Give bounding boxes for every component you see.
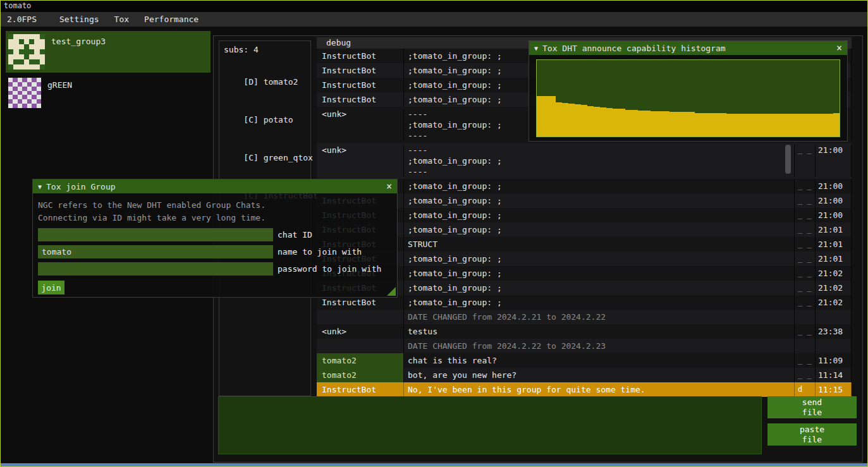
- date-changed-row: DATE CHANGED from 2024.2.21 to 2024.2.22: [317, 310, 852, 324]
- join-field-row: password to join with: [38, 262, 392, 276]
- menu-item-tox[interactable]: Tox: [107, 15, 137, 24]
- member-item-tomato2[interactable]: [D] tomato2: [224, 63, 306, 101]
- message-text: ;tomato_in_group: ;: [404, 193, 795, 208]
- chat-message-row[interactable]: <unk> ----;tomato_in_group: ;---- _ _ 21…: [317, 143, 852, 179]
- histogram-title: Tox DHT announce capability histogram: [542, 44, 726, 53]
- subs-count: subs: 4: [224, 45, 306, 54]
- fps-counter: 2.0FPS: [1, 15, 43, 24]
- message-time: 21:00: [816, 208, 852, 222]
- message-time: 21:02: [816, 266, 852, 281]
- window-title: tomato: [4, 1, 31, 10]
- resize-grip[interactable]: [387, 287, 396, 296]
- member-item-green_qtox[interactable]: [C] green_qtox: [224, 139, 306, 177]
- member-connection-type: [C]: [243, 153, 263, 162]
- message-composer-input[interactable]: [218, 396, 762, 454]
- join-password-input[interactable]: [38, 262, 273, 276]
- message-text: ;tomato_in_group: ;: [404, 222, 795, 237]
- message-time: 21:01: [816, 252, 852, 266]
- message-text: No, I've been in this group for quite so…: [404, 382, 795, 397]
- chat-message-row[interactable]: tomato2 bot, are you new here? _ _ 11:14: [317, 368, 852, 382]
- join-field-label: name to join with: [278, 247, 362, 257]
- message-time: 21:01: [816, 222, 852, 237]
- collapse-arrow-icon[interactable]: ▼: [38, 183, 42, 190]
- message-text: ;tomato_in_group: ;: [404, 179, 795, 193]
- empty-time-cell: [816, 339, 852, 353]
- member-item-potato[interactable]: [C] potato: [224, 101, 306, 139]
- chat-message-row[interactable]: <unk> testus _ _ 23:38: [317, 324, 852, 339]
- date-changed-text: DATE CHANGED from 2024.2.22 to 2024.2.23: [404, 339, 795, 353]
- join-group-body: NGC refers to the New DHT enabled Group …: [33, 193, 397, 300]
- message-status: _ _: [795, 353, 816, 368]
- message-status: _ _: [795, 281, 816, 295]
- empty-time-cell: [816, 310, 852, 324]
- file-buttons: send file paste file: [767, 396, 857, 446]
- date-changed-text: DATE CHANGED from 2024.2.21 to 2024.2.22: [404, 310, 795, 324]
- message-text: chat is this real?: [404, 353, 795, 368]
- message-time: 11:15: [816, 382, 852, 397]
- message-status: _ _: [795, 324, 816, 339]
- join-name-input[interactable]: tomato: [38, 245, 273, 258]
- message-text: testus: [404, 324, 795, 339]
- message-time: 11:09: [816, 353, 852, 368]
- contact-item-test_group3[interactable]: test_group3: [6, 31, 211, 73]
- message-status: _ _: [795, 179, 816, 193]
- message-status: _ _: [795, 266, 816, 281]
- close-icon[interactable]: ×: [836, 42, 842, 54]
- histogram-titlebar[interactable]: ▼ Tox DHT announce capability histogram …: [529, 41, 847, 55]
- message-sender: InstructBot: [317, 78, 404, 92]
- join-button[interactable]: join: [38, 281, 64, 294]
- message-text: ;tomato_in_group: ;: [404, 281, 795, 295]
- message-status: _ _: [795, 208, 816, 222]
- contact-item-gREEN[interactable]: gREEN: [6, 75, 211, 115]
- message-text: ----;tomato_in_group: ;----: [404, 145, 795, 177]
- menu-bar: 2.0FPS Settings Tox Performance: [1, 12, 867, 27]
- join-group-titlebar[interactable]: ▼ Tox join Group ×: [33, 179, 397, 193]
- chat-scrollbar[interactable]: [785, 145, 791, 174]
- histogram-plot: [536, 59, 840, 137]
- empty-status-cell: [795, 339, 816, 353]
- date-changed-row: DATE CHANGED from 2024.2.22 to 2024.2.23: [317, 339, 852, 353]
- dht-histogram-window: ▼ Tox DHT announce capability histogram …: [529, 40, 848, 142]
- message-status: _ _: [795, 193, 816, 208]
- message-time: 21:00: [816, 193, 852, 208]
- close-icon[interactable]: ×: [386, 181, 392, 192]
- message-text: bot, are you new here?: [404, 368, 795, 382]
- ngc-info-line: NGC refers to the New DHT enabled Group …: [38, 199, 392, 212]
- chat-message-row[interactable]: tomato2 chat is this real? _ _ 11:09: [317, 353, 852, 368]
- message-status: d: [795, 382, 816, 397]
- paste-file-button[interactable]: paste file: [767, 423, 857, 446]
- message-sender: InstructBot: [317, 49, 404, 63]
- member-connection-type: [D]: [243, 77, 263, 87]
- contact-avatar: [8, 78, 41, 108]
- empty-sender-cell: [317, 339, 404, 353]
- message-text: ;tomato_in_group: ;: [404, 266, 795, 281]
- empty-sender-cell: [317, 310, 404, 324]
- message-sender: <unk>: [317, 324, 404, 339]
- send-file-button[interactable]: send file: [767, 396, 857, 418]
- join-group-window: ▼ Tox join Group × NGC refers to the New…: [32, 179, 398, 298]
- join-fields: chat ID tomato name to join with passwor…: [38, 228, 392, 276]
- contact-name: test_group3: [51, 34, 106, 70]
- message-time: 23:38: [816, 324, 852, 339]
- message-status: _ _: [795, 222, 816, 237]
- menu-item-performance[interactable]: Performance: [137, 15, 206, 24]
- contact-name: gREEN: [47, 78, 72, 112]
- message-sender: tomato2: [317, 353, 404, 368]
- window-titlebar[interactable]: tomato: [1, 1, 867, 12]
- message-time: 21:00: [816, 145, 852, 177]
- contact-list: test_group3 gREEN: [6, 31, 211, 117]
- join-field-label: chat ID: [278, 230, 312, 240]
- join-group-title: Tox join Group: [46, 182, 116, 191]
- join-field-row: chat ID: [38, 228, 392, 241]
- message-status: _ _: [795, 237, 816, 252]
- menu-item-settings[interactable]: Settings: [52, 15, 107, 24]
- collapse-arrow-icon[interactable]: ▼: [534, 45, 538, 52]
- chat-id-input[interactable]: [38, 228, 273, 241]
- message-time: 21:02: [816, 295, 852, 310]
- member-connection-type: [C]: [243, 115, 263, 124]
- member-name: green_qtox: [264, 153, 313, 162]
- chat-message-row[interactable]: InstructBot No, I've been in this group …: [317, 382, 852, 397]
- message-sender: InstructBot: [317, 63, 404, 78]
- message-status: _ _: [795, 295, 816, 310]
- message-sender: InstructBot: [317, 382, 404, 397]
